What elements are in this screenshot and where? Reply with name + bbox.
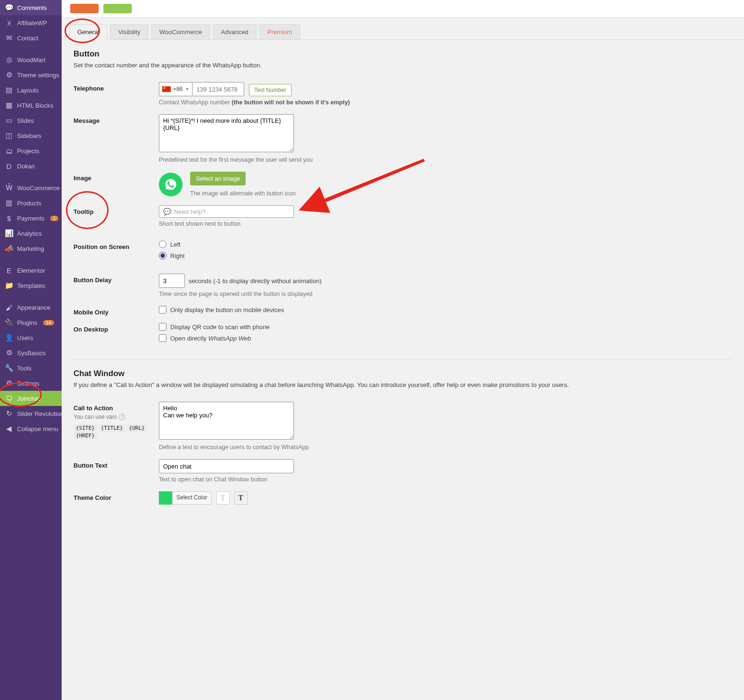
sidebar-item-comments[interactable]: 💬Comments — [0, 0, 62, 15]
sidebar-item-tools[interactable]: 🔧Tools — [0, 360, 62, 376]
sidebar-item-label: AffiliateWP — [17, 19, 47, 27]
sidebar-item-analytics[interactable]: 📊Analytics — [0, 226, 62, 241]
tab-woocommerce[interactable]: WooCommerce — [151, 24, 210, 40]
select-color-button[interactable]: Select Color — [172, 491, 211, 505]
cta-vars-list: {SITE}{TITLE}{URL}{HREF} — [73, 424, 159, 439]
text-dark-option[interactable]: T — [234, 491, 248, 505]
desktop-direct-em: WhatsApp Web — [208, 335, 251, 342]
help-icon: ? — [119, 414, 125, 420]
message-label: Message — [73, 114, 159, 124]
sidebar-item-label: Tools — [17, 365, 31, 372]
cta-help: Define a text to encourage users to cont… — [159, 444, 732, 451]
button-text-input[interactable] — [159, 459, 294, 473]
sidebar-item-marketing[interactable]: 📣Marketing — [0, 241, 62, 256]
test-number-button[interactable]: Test Number — [249, 84, 292, 96]
tab-visibility[interactable]: Visibility — [110, 24, 148, 40]
sidebar-item-label: Products — [17, 200, 41, 207]
sidebar-item-appearance[interactable]: 🖌Appearance — [0, 300, 62, 315]
sidebar-item-slider-revolution[interactable]: ↻Slider Revolution — [0, 406, 62, 421]
sidebar-item-html-blocks[interactable]: ▦HTML Blocks — [0, 98, 62, 113]
affiliate-icon: ᚸ — [5, 18, 13, 27]
products-icon: ▥ — [5, 199, 13, 207]
sidebar-item-theme-settings[interactable]: ⚙Theme settings — [0, 67, 62, 83]
tab-general[interactable]: General — [69, 24, 107, 40]
desktop-direct-checkbox[interactable] — [159, 334, 166, 342]
joinchat-icon: 🗨 — [5, 394, 13, 403]
sidebar-item-label: Comments — [17, 4, 47, 11]
delay-input[interactable] — [159, 274, 185, 288]
sidebar-item-label: Users — [17, 334, 33, 341]
slider-icon: ↻ — [5, 409, 13, 418]
sidebar-item-projects[interactable]: 🗂Projects — [0, 143, 62, 158]
sidebar-item-label: Sidebars — [17, 132, 41, 139]
settings-icon: ⚙ — [5, 379, 13, 387]
text-light-option[interactable]: T — [216, 491, 230, 505]
sidebar-item-collapse-menu[interactable]: ◀Collapse menu — [0, 421, 62, 436]
theme-color-swatch[interactable] — [159, 491, 172, 505]
button-text-help: Text to open chat on Chat Window button — [159, 476, 732, 483]
sidebar-item-label: HTML Blocks — [17, 102, 54, 109]
cta-label: Call to Action — [73, 405, 159, 412]
tab-advanced[interactable]: Advanced — [213, 24, 257, 40]
button-text-label: Button Text — [73, 459, 159, 469]
sidebars-icon: ◫ — [5, 131, 13, 140]
telephone-help: Contact WhatsApp number (the button will… — [159, 99, 732, 106]
delay-help: Time since the page is opened until the … — [159, 291, 732, 297]
sidebar-item-label: Settings — [17, 380, 39, 387]
templates-icon: 📁 — [5, 281, 13, 290]
sidebar-item-joinchat[interactable]: 🗨Joinchat — [0, 391, 62, 406]
sidebar-item-label: Slides — [17, 117, 34, 124]
delay-suffix: seconds (-1 to display directly without … — [189, 277, 321, 285]
delay-label: Button Delay — [73, 274, 159, 284]
sidebar-item-users[interactable]: 👤Users — [0, 330, 62, 345]
appearance-icon: 🖌 — [5, 303, 13, 312]
sidebar-item-label: Analytics — [17, 230, 42, 237]
tooltip-input[interactable] — [174, 208, 290, 215]
button-section-desc: Set the contact number and the appearanc… — [73, 62, 732, 69]
sidebar-item-woodmart[interactable]: ◎WoodMart — [0, 52, 62, 67]
message-textarea[interactable]: Hi *{SITE}*! I need more info about {TIT… — [159, 114, 294, 152]
var-badge: {URL} — [127, 424, 147, 432]
sidebar-item-affiliatewp[interactable]: ᚸAffiliateWP — [0, 15, 62, 30]
projects-icon: 🗂 — [5, 147, 13, 155]
mobile-only-text: Only display the button on mobile device… — [170, 306, 284, 313]
sidebar-item-templates[interactable]: 📁Templates — [0, 278, 62, 293]
country-code-selector[interactable]: +86 ▼ — [159, 82, 192, 96]
sidebar-item-sidebars[interactable]: ◫Sidebars — [0, 128, 62, 143]
header-green-button[interactable] — [103, 4, 132, 13]
elementor-icon: E — [5, 266, 13, 275]
select-image-button[interactable]: Select an image — [190, 172, 246, 185]
sidebar-item-contact[interactable]: ✉Contact — [0, 30, 62, 46]
sidebar-item-products[interactable]: ▥Products — [0, 195, 62, 211]
whatsapp-icon — [159, 173, 183, 196]
woo-icon: W̄ — [5, 184, 13, 192]
mobile-only-checkbox[interactable] — [159, 306, 166, 313]
position-left-radio[interactable] — [159, 240, 166, 248]
header-orange-button[interactable] — [70, 4, 99, 13]
sidebar-item-label: Payments — [17, 215, 45, 222]
sidebar-item-layouts[interactable]: ▤Layouts — [0, 83, 62, 98]
sidebar-item-sysbasics[interactable]: ⚙SysBasics — [0, 345, 62, 360]
cta-textarea[interactable]: Hello Can we help you? — [159, 402, 294, 440]
telephone-input[interactable] — [192, 82, 244, 96]
desktop-qr-checkbox[interactable] — [159, 323, 166, 331]
dokan-icon: D — [5, 162, 13, 170]
sidebar-item-plugins[interactable]: 🔌Plugins14 — [0, 315, 62, 330]
sidebar-item-dokan[interactable]: DDokan — [0, 158, 62, 174]
sidebar-item-payments[interactable]: $Payments1 — [0, 211, 62, 226]
sidebar-item-settings[interactable]: ⚙Settings — [0, 376, 62, 391]
tools-icon: 🔧 — [5, 364, 13, 372]
tooltip-input-wrap[interactable]: 💬 — [159, 205, 294, 218]
position-right-radio[interactable] — [159, 252, 166, 259]
flag-icon — [162, 86, 171, 92]
sidebar-item-elementor[interactable]: EElementor — [0, 263, 62, 278]
sidebar-item-label: Elementor — [17, 267, 45, 274]
html-icon: ▦ — [5, 101, 13, 110]
sidebar-item-slides[interactable]: ▭Slides — [0, 113, 62, 128]
admin-sidebar: 💬CommentsᚸAffiliateWP✉Contact◎WoodMart⚙T… — [0, 0, 62, 700]
tab-premium[interactable]: Premium — [259, 24, 300, 40]
desktop-direct-pre: Open directly — [170, 335, 208, 342]
image-label: Image — [73, 172, 159, 182]
sidebar-item-label: Theme settings — [17, 72, 59, 79]
sidebar-item-woocommerce[interactable]: W̄WooCommerce — [0, 180, 62, 195]
